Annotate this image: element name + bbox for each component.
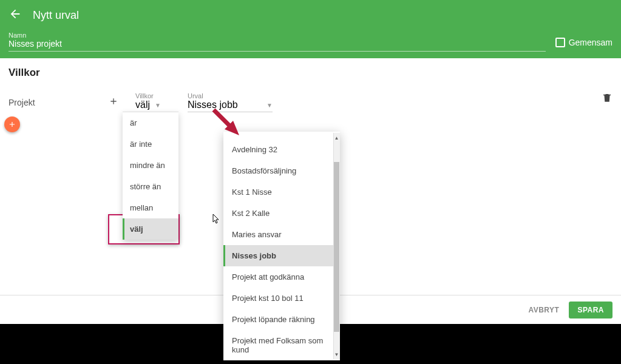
villkor-option[interactable]: är	[123, 112, 178, 133]
urval-option[interactable]: Kst 1 Nisse	[223, 181, 340, 203]
header-bar: Nytt urval Namn Nisses projekt Gemensam	[0, 0, 621, 58]
cancel-button[interactable]: AVBRYT	[528, 306, 559, 314]
delete-button[interactable]	[602, 92, 613, 106]
urval-option[interactable]: Kst 2 Kalle	[223, 203, 340, 224]
urval-option[interactable]: Avdelning 32	[223, 139, 340, 160]
villkor-option-selected[interactable]: välj	[123, 218, 178, 240]
scroll-up-icon[interactable]: ▲	[333, 134, 340, 141]
save-button[interactable]: SPARA	[569, 302, 613, 318]
shared-checkbox[interactable]: Gemensam	[555, 38, 613, 47]
urval-select-value: Nisses jobb	[188, 99, 238, 110]
villkor-option[interactable]: större än	[123, 176, 178, 197]
plus-icon[interactable]	[109, 96, 118, 109]
name-field-label: Namn	[8, 32, 546, 39]
villkor-select-value: välj	[135, 99, 150, 110]
urval-option[interactable]: Projekt med Folksam som kund	[223, 330, 340, 360]
chevron-down-icon: ▼	[266, 102, 273, 109]
villkor-option[interactable]: är inte	[123, 133, 178, 155]
condition-row-label: Projekt	[8, 98, 109, 107]
urval-option[interactable]: Projekt att godkänna	[223, 266, 340, 288]
urval-option[interactable]: Bostadsförsäljning	[223, 160, 340, 181]
section-title: Villkor	[8, 67, 613, 79]
urval-option[interactable]: Projekt kst 10 bol 11	[223, 288, 340, 309]
chevron-down-icon: ▼	[155, 102, 161, 109]
urval-select-label: Urval	[188, 92, 273, 99]
scroll-down-icon[interactable]: ▼	[333, 351, 340, 358]
name-field-value: Nisses projekt	[8, 39, 546, 52]
villkor-option[interactable]: mindre än	[123, 155, 178, 176]
scrollbar-thumb[interactable]	[334, 162, 339, 332]
name-field[interactable]: Namn Nisses projekt	[8, 32, 546, 52]
urval-dropdown-menu: Avdelning 32 Bostadsförsäljning Kst 1 Ni…	[223, 132, 340, 360]
urval-select[interactable]: Urval Nisses jobb ▼	[188, 92, 273, 112]
back-arrow-icon[interactable]	[8, 7, 22, 23]
checkbox-icon	[555, 38, 565, 47]
villkor-dropdown-menu: är är inte mindre än större än mellan vä…	[123, 112, 178, 240]
scrollbar-track[interactable]: ▲ ▼	[333, 133, 340, 359]
urval-option-selected[interactable]: Nisses jobb	[223, 245, 340, 266]
urval-option[interactable]: Projekt löpande räkning	[223, 309, 340, 330]
villkor-select-label: Villkor	[135, 92, 172, 99]
mouse-cursor-icon	[212, 214, 221, 227]
condition-row: Projekt Villkor välj ▼ Urval Nisses jobb…	[8, 92, 613, 112]
page-title: Nytt urval	[33, 9, 79, 22]
villkor-select[interactable]: Villkor välj ▼	[135, 92, 172, 112]
checkbox-label: Gemensam	[569, 38, 613, 47]
villkor-option[interactable]: mellan	[123, 197, 178, 218]
urval-option[interactable]: Maries ansvar	[223, 224, 340, 245]
